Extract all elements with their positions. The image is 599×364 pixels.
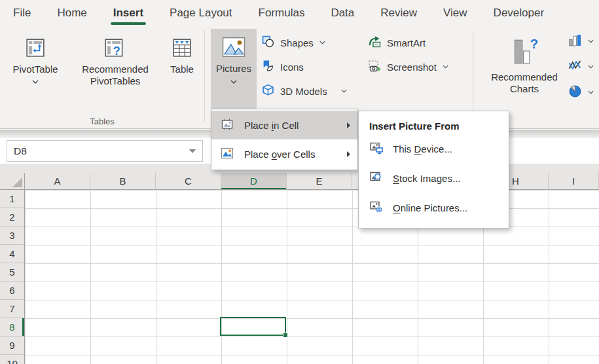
column-header-e[interactable]: E <box>287 173 352 190</box>
row-header-1-label: 1 <box>9 193 14 204</box>
label-post: ver Cells <box>277 149 315 160</box>
column-chart-button[interactable] <box>568 33 594 50</box>
recommended-charts-button[interactable]: ? Recommended Charts <box>482 29 567 109</box>
tab-view-label: View <box>443 7 467 20</box>
chevron-down-icon <box>588 90 594 94</box>
row-header-8-label: 8 <box>9 321 14 333</box>
tab-developer[interactable]: Developer <box>494 0 545 26</box>
name-box[interactable]: D8 <box>7 140 203 162</box>
row-header-9-label: 9 <box>9 340 14 351</box>
row-header-10[interactable]: 10 <box>0 355 24 364</box>
row-header-5[interactable]: 5 <box>0 263 24 282</box>
smartart-button[interactable]: SmartArt <box>368 34 448 51</box>
screenshot-label: Screenshot <box>387 62 437 73</box>
row-header-10-label: 10 <box>7 358 18 364</box>
row-header-9[interactable]: 9 <box>0 337 24 355</box>
tab-file[interactable]: File <box>13 0 31 26</box>
recommended-pivottables-button[interactable]: ? Recommended PivotTables <box>65 29 165 109</box>
tab-formulas[interactable]: Formulas <box>259 0 305 26</box>
submenu-item-online-pictures[interactable]: Online Pictures... <box>359 193 509 223</box>
insert-picture-from-submenu: Insert Picture From This Device... <box>358 111 509 228</box>
select-all-triangle-icon <box>12 177 22 187</box>
selected-cell-d8[interactable] <box>220 317 286 336</box>
label-post: evice... <box>421 143 452 155</box>
tables-group-label: Tables <box>0 117 204 126</box>
screenshot-button[interactable]: Screenshot <box>368 58 448 75</box>
question-mark-glyph: ? <box>530 37 538 51</box>
screenshot-icon <box>368 60 381 75</box>
row-header-3-label: 3 <box>9 230 14 241</box>
tab-page-layout[interactable]: Page Layout <box>170 0 232 26</box>
column-header-d-label: D <box>250 175 257 187</box>
place-over-cells-icon <box>221 147 234 162</box>
place-in-cell-label: Place in Cell <box>244 120 299 131</box>
row-header-7[interactable]: 7 <box>0 300 24 318</box>
label-accel: o <box>272 149 277 160</box>
column-header-e-label: E <box>316 175 322 187</box>
pivottable-button[interactable]: PivotTable <box>5 29 65 109</box>
recommended-charts-label: Recommended Charts <box>482 71 567 96</box>
row-header-5-label: 5 <box>9 266 14 278</box>
fill-handle[interactable] <box>283 333 288 338</box>
row-header-6[interactable]: 6 <box>0 282 24 300</box>
submenu-item-stock-images[interactable]: Stock Images... <box>359 164 509 193</box>
pie-chart-icon <box>568 84 582 100</box>
label-post: n Cell <box>274 120 299 131</box>
sheet-cells[interactable] <box>25 190 599 364</box>
column-header-i-label: I <box>572 175 575 187</box>
3d-models-button[interactable]: 3D Models <box>262 82 347 100</box>
select-all-button[interactable] <box>0 173 25 190</box>
tab-formulas-label: Formulas <box>259 7 305 20</box>
excel-window: File Home Insert Page Layout Formulas Da… <box>0 0 599 364</box>
label-pre: Place <box>244 149 272 160</box>
line-chart-button[interactable] <box>568 58 594 75</box>
pivottable-label: PivotTable <box>12 64 58 75</box>
tab-insert[interactable]: Insert <box>113 0 143 26</box>
table-icon <box>172 35 192 61</box>
group-divider <box>473 30 473 122</box>
row-header-8[interactable]: 8 <box>0 318 24 337</box>
stock-images-icon <box>369 170 384 187</box>
tab-insert-label: Insert <box>113 7 143 20</box>
chevron-down-icon <box>319 41 325 45</box>
column-header-d[interactable]: D <box>221 173 287 190</box>
name-box-dropdown-icon[interactable] <box>189 149 196 153</box>
column-header-b[interactable]: B <box>90 173 156 190</box>
column-header-c-label: C <box>185 175 192 187</box>
place-in-cell-icon <box>221 118 234 133</box>
tab-home-label: Home <box>57 7 86 20</box>
tab-home[interactable]: Home <box>57 0 86 26</box>
row-header-7-label: 7 <box>9 303 14 314</box>
tab-review[interactable]: Review <box>380 0 417 26</box>
tab-data[interactable]: Data <box>331 0 354 26</box>
pie-chart-button[interactable] <box>568 84 594 101</box>
chevron-down-icon <box>443 65 448 69</box>
menu-item-place-over-cells[interactable]: Place over Cells <box>211 139 357 168</box>
chart-type-buttons <box>568 33 594 101</box>
tab-view[interactable]: View <box>443 0 467 26</box>
menu-item-place-in-cell[interactable]: Place in Cell <box>211 111 357 139</box>
row-header-2-label: 2 <box>9 211 14 223</box>
row-header-2[interactable]: 2 <box>0 208 24 227</box>
pictures-dropdown-menu: Place in Cell Place over Cells <box>211 109 358 170</box>
icons-button[interactable]: Icons <box>262 58 347 75</box>
column-header-a[interactable]: A <box>25 173 90 190</box>
submenu-item-this-device[interactable]: This Device... <box>359 134 509 164</box>
group-divider <box>204 30 205 122</box>
recommended-charts-icon: ? <box>511 35 538 69</box>
row-header-4[interactable]: 4 <box>0 245 24 263</box>
shapes-icon <box>262 35 274 50</box>
row-header-1[interactable]: 1 <box>0 190 24 208</box>
column-chart-icon <box>568 34 582 48</box>
illustrations-column-2: SmartArt Screenshot <box>368 34 448 75</box>
row-header-4-label: 4 <box>9 248 14 259</box>
label-accel: O <box>393 202 401 213</box>
smartart-label: SmartArt <box>387 37 426 48</box>
row-header-6-label: 6 <box>9 285 14 296</box>
table-button[interactable]: Table <box>162 29 202 109</box>
pictures-button[interactable]: Pictures <box>211 29 257 109</box>
column-header-i[interactable]: I <box>549 173 599 190</box>
row-header-3[interactable]: 3 <box>0 227 24 245</box>
column-header-c[interactable]: C <box>156 173 221 190</box>
shapes-button[interactable]: Shapes <box>262 34 347 51</box>
